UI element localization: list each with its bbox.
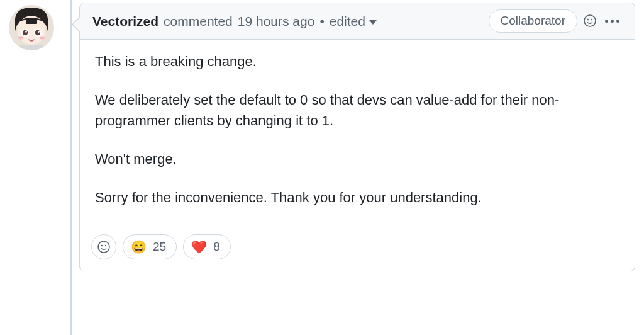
author-link[interactable]: Vectorized — [92, 12, 158, 30]
reaction-count: 8 — [213, 240, 220, 254]
comment-header-meta: Vectorized commented 19 hours ago • edit… — [92, 12, 484, 30]
add-reaction-button[interactable] — [91, 234, 116, 259]
reaction-laugh[interactable]: 😄 25 — [123, 234, 177, 259]
reaction-heart[interactable]: ❤️ 8 — [183, 234, 231, 259]
edited-label: edited — [330, 12, 365, 30]
avatar[interactable] — [9, 5, 54, 50]
svg-point-8 — [38, 31, 40, 33]
more-options-button[interactable] — [602, 17, 622, 25]
smiley-icon — [96, 239, 111, 254]
smiley-icon — [582, 13, 597, 28]
svg-point-10 — [40, 37, 45, 40]
svg-point-7 — [25, 31, 27, 33]
svg-point-9 — [18, 37, 23, 40]
body-paragraph: Won't merge. — [95, 149, 619, 169]
caret-down-icon — [369, 20, 377, 25]
body-paragraph: Sorry for the inconvenience. Thank you f… — [95, 187, 619, 208]
body-paragraph: This is a breaking change. — [95, 51, 619, 72]
svg-point-6 — [35, 30, 40, 35]
reaction-count: 25 — [153, 240, 166, 254]
svg-point-5 — [23, 30, 28, 35]
avatar-image — [9, 5, 54, 50]
svg-point-13 — [587, 19, 589, 20]
timestamp-link[interactable]: 19 hours ago — [238, 12, 315, 30]
separator-dot: • — [319, 12, 324, 30]
timeline-line — [70, 0, 72, 335]
comment-action: commented — [164, 12, 233, 30]
svg-point-16 — [101, 244, 103, 246]
svg-point-17 — [105, 244, 106, 246]
reactions-bar: 😄 25 ❤️ 8 — [80, 230, 635, 271]
svg-rect-2 — [26, 19, 37, 24]
edited-indicator[interactable]: edited — [330, 12, 377, 30]
add-reaction-button[interactable] — [582, 13, 597, 28]
body-paragraph: We deliberately set the default to 0 so … — [95, 89, 619, 131]
svg-point-15 — [98, 241, 109, 253]
heart-emoji-icon: ❤️ — [191, 241, 207, 253]
comment-body: This is a breaking change. We deliberate… — [80, 40, 635, 230]
svg-rect-11 — [20, 45, 43, 50]
role-badge: Collaborator — [489, 9, 578, 33]
svg-point-12 — [584, 15, 596, 26]
laugh-emoji-icon: 😄 — [131, 241, 147, 253]
kebab-icon — [605, 20, 608, 23]
comment-header: Vectorized commented 19 hours ago • edit… — [80, 3, 635, 40]
svg-point-14 — [591, 19, 592, 20]
comment-container: Vectorized commented 19 hours ago • edit… — [79, 3, 635, 271]
